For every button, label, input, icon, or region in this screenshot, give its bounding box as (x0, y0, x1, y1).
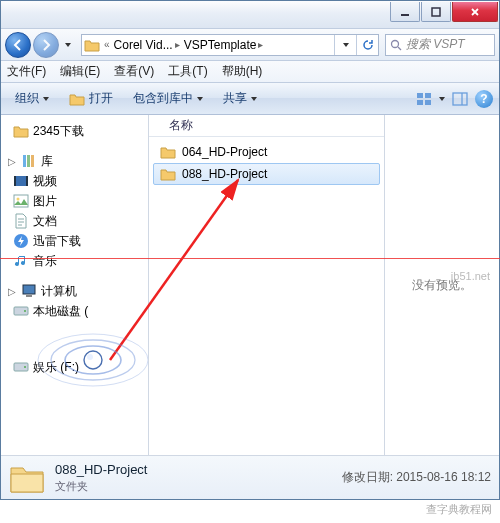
svg-rect-14 (26, 176, 28, 186)
share-button[interactable]: 共享 (215, 87, 265, 111)
svg-rect-0 (401, 14, 409, 16)
item-label: 064_HD-Project (182, 145, 267, 159)
organize-label: 组织 (15, 90, 39, 107)
refresh-button[interactable] (356, 35, 378, 55)
svg-point-23 (24, 366, 26, 368)
svg-rect-15 (14, 195, 28, 207)
tree-node[interactable]: ▷库 (5, 151, 144, 171)
item-list[interactable]: 064_HD-Project 088_HD-Project (149, 137, 384, 455)
menubar: 文件(F) 编辑(E) 查看(V) 工具(T) 帮助(H) (1, 61, 499, 83)
tree-node[interactable]: 迅雷下载 (5, 231, 144, 251)
tree-node[interactable]: ▷计算机 (5, 281, 144, 301)
tree-node[interactable]: 图片 (5, 191, 144, 211)
svg-rect-10 (27, 155, 30, 167)
search-input[interactable]: 搜索 VSPT (385, 34, 495, 56)
svg-rect-18 (23, 285, 35, 294)
tree-label: 娱乐 (F:) (33, 359, 79, 376)
svg-rect-19 (26, 295, 32, 297)
folder-icon (9, 462, 45, 494)
list-item[interactable]: 064_HD-Project (153, 141, 380, 163)
music-icon (13, 253, 29, 269)
tree-label: 视频 (33, 173, 57, 190)
explorer-window: « Corel Vid...▸ VSPTemplate▸ 搜索 VSPT 文件(… (0, 0, 500, 500)
watermark: 查字典教程网 (426, 502, 492, 517)
share-label: 共享 (223, 90, 247, 107)
thunder-icon (13, 233, 29, 249)
menu-view[interactable]: 查看(V) (114, 63, 154, 80)
include-button[interactable]: 包含到库中 (125, 87, 211, 111)
navbar: « Corel Vid...▸ VSPTemplate▸ 搜索 VSPT (1, 29, 499, 61)
view-dropdown[interactable] (439, 97, 445, 101)
svg-rect-9 (23, 155, 26, 167)
toolbar: 组织 打开 包含到库中 共享 ? (1, 83, 499, 115)
svg-rect-13 (14, 176, 16, 186)
tree-node[interactable]: 2345下载 (5, 121, 144, 141)
column-header[interactable]: 名称 (149, 115, 384, 137)
menu-file[interactable]: 文件(F) (7, 63, 46, 80)
folder-icon (160, 166, 176, 182)
drive-icon (13, 359, 29, 375)
tree-label: 本地磁盘 ( (33, 303, 88, 320)
minimize-button[interactable] (390, 2, 420, 22)
library-icon (21, 153, 37, 169)
address-dropdown[interactable] (334, 35, 356, 55)
breadcrumb-seg[interactable]: VSPTemplate▸ (182, 35, 266, 55)
open-label: 打开 (89, 90, 113, 107)
svg-rect-5 (417, 100, 423, 105)
help-button[interactable]: ? (475, 90, 493, 108)
breadcrumb-label: VSPTemplate (184, 38, 257, 52)
maximize-button[interactable] (421, 2, 451, 22)
back-button[interactable] (5, 32, 31, 58)
item-label: 088_HD-Project (182, 167, 267, 181)
titlebar (1, 1, 499, 29)
svg-point-16 (17, 198, 20, 201)
tree-label: 图片 (33, 193, 57, 210)
address-bar[interactable]: « Corel Vid...▸ VSPTemplate▸ (81, 34, 379, 56)
include-label: 包含到库中 (133, 90, 193, 107)
list-item[interactable]: 088_HD-Project (153, 163, 380, 185)
folder-icon (13, 123, 29, 139)
svg-rect-1 (432, 8, 440, 16)
tree-label: 音乐 (33, 253, 57, 270)
menu-help[interactable]: 帮助(H) (222, 63, 263, 80)
close-button[interactable] (452, 2, 498, 22)
search-placeholder: 搜索 VSPT (406, 36, 465, 53)
nav-tree[interactable]: 2345下载 ▷库 视频 图片 文档 迅雷下载 音乐 ▷计算机 本地磁盘 ( 娱… (1, 115, 149, 455)
status-name: 088_HD-Project (55, 462, 148, 477)
svg-point-21 (24, 310, 26, 312)
tree-label: 迅雷下载 (33, 233, 81, 250)
forward-button[interactable] (33, 32, 59, 58)
svg-rect-4 (425, 93, 431, 98)
content-pane: 名称 064_HD-Project 088_HD-Project (149, 115, 384, 455)
preview-pane-button[interactable] (449, 88, 471, 110)
tree-node[interactable]: 视频 (5, 171, 144, 191)
drive-icon (13, 303, 29, 319)
tree-node[interactable]: 娱乐 (F:) (5, 357, 144, 377)
view-button[interactable] (413, 88, 435, 110)
svg-rect-12 (14, 176, 28, 186)
open-button[interactable]: 打开 (61, 87, 121, 111)
tree-label: 文档 (33, 213, 57, 230)
folder-icon (160, 144, 176, 160)
status-date-label: 修改日期: (342, 470, 393, 484)
column-name-label: 名称 (169, 117, 193, 134)
computer-icon (21, 283, 37, 299)
preview-pane: 没有预览。 (384, 115, 499, 455)
search-icon (390, 39, 402, 51)
svg-rect-11 (31, 155, 34, 167)
tree-label: 计算机 (41, 283, 77, 300)
tree-node[interactable]: 音乐 (5, 251, 144, 271)
tree-label: 库 (41, 153, 53, 170)
menu-tools[interactable]: 工具(T) (168, 63, 207, 80)
nav-history-dropdown[interactable] (61, 32, 75, 58)
tree-node[interactable]: 文档 (5, 211, 144, 231)
organize-button[interactable]: 组织 (7, 87, 57, 111)
breadcrumb-seg[interactable]: Corel Vid...▸ (112, 35, 182, 55)
svg-point-2 (392, 40, 399, 47)
video-icon (13, 173, 29, 189)
menu-edit[interactable]: 编辑(E) (60, 63, 100, 80)
breadcrumb-label: Corel Vid... (114, 38, 173, 52)
doc-icon (13, 213, 29, 229)
folder-open-icon (69, 92, 85, 106)
tree-node[interactable]: 本地磁盘 ( (5, 301, 144, 321)
